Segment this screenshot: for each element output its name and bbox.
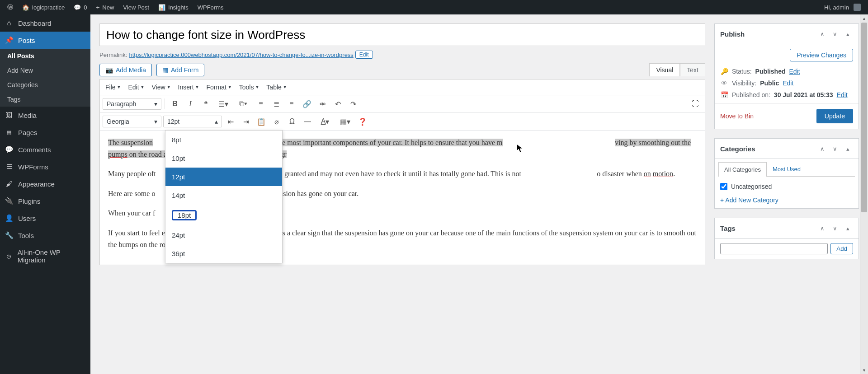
- edit-status[interactable]: Edit: [789, 68, 800, 75]
- special-char-button[interactable]: Ω: [285, 115, 299, 128]
- link-button[interactable]: 🔗: [300, 97, 314, 111]
- align-left-button[interactable]: ≡: [254, 97, 268, 111]
- scrollbar-thumb[interactable]: [861, 23, 867, 212]
- redo-button[interactable]: ↷: [346, 97, 360, 111]
- insights[interactable]: 📊Insights: [154, 0, 193, 14]
- comments-link[interactable]: 💬0: [69, 0, 91, 14]
- menu-appearance[interactable]: 🖌Appearance: [0, 175, 90, 192]
- font-size-8pt[interactable]: 8pt: [165, 131, 282, 149]
- menu-format[interactable]: Format▼: [203, 81, 234, 93]
- help-button[interactable]: ❓: [356, 115, 369, 128]
- add-tag-button[interactable]: Add: [830, 243, 853, 254]
- number-list-button[interactable]: ⧉▾: [234, 97, 252, 111]
- bold-button[interactable]: B: [168, 97, 182, 111]
- caret-down-icon: ▾: [154, 100, 157, 108]
- submenu-categories[interactable]: Categories: [0, 78, 90, 92]
- font-size-18pt[interactable]: 18pt: [165, 205, 282, 226]
- menu-aio-migration[interactable]: ◷All-in-One WP Migration: [0, 244, 90, 268]
- blockquote-button[interactable]: ❝: [199, 97, 212, 111]
- menu-comments[interactable]: 💬Comments: [0, 141, 90, 158]
- clear-format-button[interactable]: ⌀: [270, 115, 283, 128]
- toggle-button[interactable]: ▴: [842, 223, 853, 234]
- font-size-dropdown[interactable]: 12pt▴: [163, 116, 222, 127]
- edit-visibility[interactable]: Edit: [783, 79, 793, 87]
- outdent-button[interactable]: ⇤: [224, 115, 237, 128]
- submenu-add-new[interactable]: Add New: [0, 63, 90, 78]
- tab-most-used[interactable]: Most Used: [767, 162, 807, 176]
- window-scrollbar[interactable]: ▲ ▼: [860, 14, 868, 374]
- move-up-button[interactable]: ∧: [817, 143, 828, 154]
- preview-changes-button[interactable]: Preview Changes: [790, 49, 853, 61]
- menu-tools[interactable]: Tools▼: [236, 81, 262, 93]
- font-size-14pt[interactable]: 14pt: [165, 186, 282, 205]
- menu-pages[interactable]: ▤Pages: [0, 124, 90, 141]
- add-new-category[interactable]: + Add New Category: [720, 196, 853, 204]
- paste-button[interactable]: 📋: [255, 115, 268, 128]
- font-family-dropdown[interactable]: Georgia▾: [103, 116, 161, 127]
- wpforms-bar[interactable]: WPForms: [193, 0, 228, 14]
- menu-posts[interactable]: 📌Posts: [0, 32, 90, 49]
- menu-users[interactable]: 👤Users: [0, 210, 90, 227]
- menu-plugins[interactable]: 🔌Plugins: [0, 192, 90, 210]
- move-down-button[interactable]: ∨: [830, 28, 840, 39]
- text-color-button[interactable]: A▾: [316, 115, 334, 128]
- align-right-button[interactable]: ≡: [285, 97, 298, 111]
- move-up-button[interactable]: ∧: [817, 223, 828, 234]
- add-media-button[interactable]: 📷Add Media: [99, 64, 152, 76]
- font-size-36pt[interactable]: 36pt: [165, 244, 282, 263]
- camera-icon: 📷: [105, 66, 113, 74]
- move-down-button[interactable]: ∨: [830, 143, 840, 154]
- menu-file[interactable]: File▼: [103, 81, 123, 93]
- category-uncategorised[interactable]: Uncategorised: [720, 181, 853, 192]
- view-post[interactable]: View Post: [118, 0, 154, 14]
- hr-button[interactable]: —: [301, 115, 314, 128]
- undo-button[interactable]: ↶: [331, 97, 344, 111]
- tags-input[interactable]: [720, 243, 828, 254]
- category-checkbox[interactable]: [720, 183, 727, 190]
- menu-view[interactable]: View▼: [149, 81, 174, 93]
- tab-visual[interactable]: Visual: [649, 63, 680, 76]
- toggle-button[interactable]: ▴: [842, 28, 853, 39]
- submenu-all-posts[interactable]: All Posts: [0, 49, 90, 63]
- menu-dashboard[interactable]: ⌂Dashboard: [0, 14, 90, 32]
- permalink-edit-button[interactable]: Edit: [355, 51, 373, 59]
- toggle-button[interactable]: ▴: [842, 143, 853, 154]
- menu-tools[interactable]: 🔧Tools: [0, 227, 90, 244]
- move-up-button[interactable]: ∧: [817, 28, 828, 39]
- italic-button[interactable]: I: [184, 97, 197, 111]
- scroll-down-arrow[interactable]: ▼: [860, 366, 868, 374]
- site-name[interactable]: 🏠logicpractice: [18, 0, 69, 14]
- move-down-button[interactable]: ∨: [830, 223, 840, 234]
- plugins-icon: 🔌: [5, 197, 14, 205]
- format-dropdown[interactable]: Paragraph▾: [103, 98, 161, 110]
- tab-text[interactable]: Text: [680, 63, 705, 76]
- post-title-input[interactable]: [99, 23, 705, 46]
- tab-all-categories[interactable]: All Categories: [718, 162, 767, 177]
- add-form-button[interactable]: ▦Add Form: [156, 64, 204, 76]
- bullet-list-button[interactable]: ☰▾: [214, 97, 232, 111]
- align-center-button[interactable]: ≣: [269, 97, 283, 111]
- unlink-button[interactable]: ⚮: [316, 97, 329, 111]
- form-icon: ▦: [162, 66, 168, 74]
- wp-logo[interactable]: Ⓦ: [3, 0, 18, 14]
- indent-button[interactable]: ⇥: [239, 115, 253, 128]
- font-size-10pt[interactable]: 10pt: [165, 149, 282, 168]
- font-size-12pt[interactable]: 12pt: [165, 168, 282, 186]
- scroll-up-arrow[interactable]: ▲: [860, 14, 868, 22]
- menu-table[interactable]: Table▼: [264, 81, 289, 93]
- new-content[interactable]: +New: [92, 0, 119, 14]
- menu-insert[interactable]: Insert▼: [175, 81, 202, 93]
- move-to-bin[interactable]: Move to Bin: [720, 112, 754, 120]
- update-button[interactable]: Update: [816, 109, 853, 123]
- menu-media[interactable]: 🖼Media: [0, 107, 90, 124]
- menu-edit[interactable]: Edit▼: [125, 81, 147, 93]
- permalink-url[interactable]: https://logicpractice.000webhostapp.com/…: [129, 51, 353, 58]
- edit-date[interactable]: Edit: [837, 91, 848, 98]
- table-button[interactable]: ▦▾: [336, 115, 354, 128]
- menu-wpforms[interactable]: ☰WPForms: [0, 158, 90, 175]
- caret-down-icon: ▼: [283, 85, 287, 89]
- my-account[interactable]: Hi, admin: [820, 0, 865, 14]
- font-size-24pt[interactable]: 24pt: [165, 226, 282, 244]
- submenu-tags[interactable]: Tags: [0, 92, 90, 107]
- fullscreen-button[interactable]: ⛶: [689, 97, 702, 111]
